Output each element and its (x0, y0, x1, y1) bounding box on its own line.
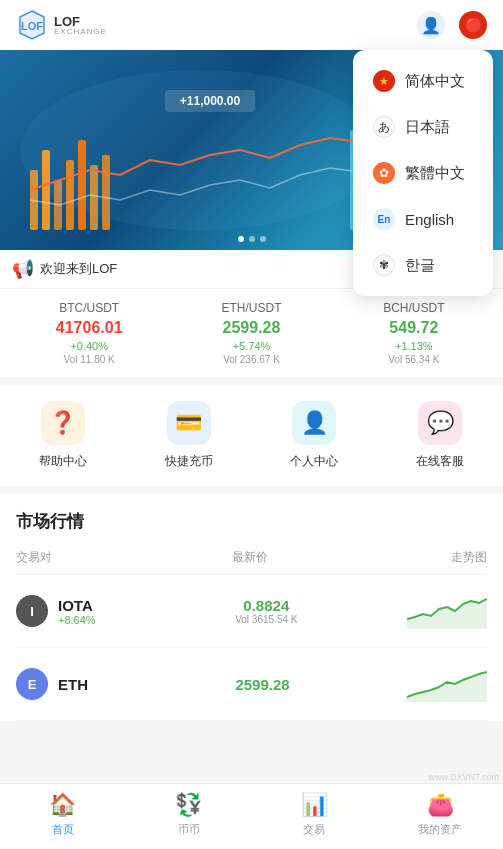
bch-value: 549.72 (333, 319, 495, 337)
svg-rect-6 (66, 160, 74, 230)
action-service[interactable]: 💬 在线客服 (377, 401, 503, 470)
profile-icon: 👤 (301, 410, 328, 436)
user-icon[interactable]: 👤 (417, 11, 445, 39)
iota-vol: Vol 3615.54 K (126, 614, 407, 625)
action-profile[interactable]: 👤 个人中心 (252, 401, 378, 470)
coin-label: 币币 (178, 822, 200, 837)
col-price: 最新价 (52, 549, 407, 566)
recharge-label: 快捷充币 (165, 453, 213, 470)
iota-icon: I (16, 595, 48, 627)
eth-info: ETH (58, 676, 88, 693)
service-icon: 💬 (427, 410, 454, 436)
prices-row: BTC/USDT 41706.01 +0.40% Vol 11.80 K ETH… (0, 289, 503, 385)
recharge-icon: 💳 (175, 410, 202, 436)
svg-text:LOF: LOF (21, 20, 43, 32)
lang-ko-label: 한글 (405, 256, 435, 275)
ticker-icon: 📢 (12, 258, 34, 280)
trade-icon: 📊 (301, 792, 328, 818)
dot-1 (238, 236, 244, 242)
lang-ja-label: 日本語 (405, 118, 450, 137)
logo-text: LOF (54, 15, 107, 28)
language-dropdown: ★ 简体中文 あ 日本語 ✿ 繁體中文 En English ✾ 한글 (353, 50, 493, 296)
btc-vol: Vol 11.80 K (8, 354, 170, 365)
exchange-text: EXCHANGE (54, 28, 107, 36)
price-btc[interactable]: BTC/USDT 41706.01 +0.40% Vol 11.80 K (8, 301, 170, 365)
lang-ja[interactable]: あ 日本語 (353, 104, 493, 150)
service-label: 在线客服 (416, 453, 464, 470)
market-header: 交易对 最新价 走势图 (16, 541, 487, 575)
bch-change: +1.13% (333, 340, 495, 352)
svg-rect-7 (78, 140, 86, 230)
lang-en-label: English (405, 211, 454, 228)
lang-en[interactable]: En English (353, 196, 493, 242)
market-row-iota[interactable]: I IOTA +8.64% 0.8824 Vol 3615.54 K (16, 575, 487, 648)
nav-trade[interactable]: 📊 交易 (252, 792, 378, 837)
col-pair: 交易对 (16, 549, 52, 566)
home-label: 首页 (52, 822, 74, 837)
watermark: www.DXVNT.com (424, 770, 503, 784)
btc-pair: BTC/USDT (8, 301, 170, 315)
col-chart: 走势图 (407, 549, 487, 566)
svg-rect-9 (102, 155, 110, 230)
iota-price: 0.8824 (126, 597, 407, 614)
eth-vol: Vol 236.67 K (170, 354, 332, 365)
eth-value: 2599.28 (170, 319, 332, 337)
lang-zh-cn[interactable]: ★ 简体中文 (353, 58, 493, 104)
price-eth[interactable]: ETH/USDT 2599.28 +5.74% Vol 236.67 K (170, 301, 332, 365)
dot-2 (249, 236, 255, 242)
bch-vol: Vol 56.34 K (333, 354, 495, 365)
iota-mid: 0.8824 Vol 3615.54 K (96, 597, 407, 625)
header: LOF LOF EXCHANGE 👤 🔴 (0, 0, 503, 50)
lang-ko[interactable]: ✾ 한글 (353, 242, 493, 288)
coin-icon: 💱 (175, 792, 202, 818)
banner-dots (238, 236, 266, 242)
bch-pair: BCH/USDT (333, 301, 495, 315)
logo: LOF LOF EXCHANGE (16, 9, 107, 41)
quick-actions: ❓ 帮助中心 💳 快捷充币 👤 个人中心 💬 在线客服 (0, 385, 503, 494)
assets-label: 我的资产 (418, 822, 462, 837)
home-icon: 🏠 (49, 792, 76, 818)
price-bch[interactable]: BCH/USDT 549.72 +1.13% Vol 56.34 K (333, 301, 495, 365)
eth-mid: 2599.28 (88, 676, 407, 693)
iota-left: I IOTA +8.64% (16, 595, 96, 627)
eth-mini-chart (407, 662, 487, 702)
nav-home[interactable]: 🏠 首页 (0, 792, 126, 837)
profile-label: 个人中心 (290, 453, 338, 470)
market-section: 市场行情 交易对 最新价 走势图 I IOTA +8.64% 0.8824 Vo… (0, 494, 503, 721)
nav-coin[interactable]: 💱 币币 (126, 792, 252, 837)
nav-assets[interactable]: 👛 我的资产 (377, 792, 503, 837)
eth-chart (407, 662, 487, 706)
trade-label: 交易 (303, 822, 325, 837)
svg-rect-8 (90, 165, 98, 230)
service-icon-wrap: 💬 (418, 401, 462, 445)
bottom-nav: 🏠 首页 💱 币币 📊 交易 👛 我的资产 (0, 783, 503, 849)
lang-zh-cn-label: 简体中文 (405, 72, 465, 91)
eth-change: +5.74% (170, 340, 332, 352)
svg-text:+11,000.00: +11,000.00 (180, 94, 241, 108)
lang-zh-tw[interactable]: ✿ 繁體中文 (353, 150, 493, 196)
dot-3 (260, 236, 266, 242)
eth-pair: ETH/USDT (170, 301, 332, 315)
iota-change: +8.64% (58, 614, 96, 626)
profile-icon-wrap: 👤 (292, 401, 336, 445)
iota-chart (407, 589, 487, 633)
eth-market-price: 2599.28 (118, 676, 407, 693)
help-icon-wrap: ❓ (41, 401, 85, 445)
flag-zh-cn: ★ (373, 70, 395, 92)
flag-icon[interactable]: 🔴 (459, 11, 487, 39)
assets-icon: 👛 (427, 792, 454, 818)
iota-info: IOTA +8.64% (58, 597, 96, 626)
btc-value: 41706.01 (8, 319, 170, 337)
logo-icon: LOF (16, 9, 48, 41)
eth-coin-name: ETH (58, 676, 88, 693)
flag-en: En (373, 208, 395, 230)
flag-zh-tw: ✿ (373, 162, 395, 184)
action-recharge[interactable]: 💳 快捷充币 (126, 401, 252, 470)
header-right: 👤 🔴 (417, 11, 487, 39)
action-help[interactable]: ❓ 帮助中心 (0, 401, 126, 470)
market-row-eth[interactable]: E ETH 2599.28 (16, 648, 487, 721)
help-icon: ❓ (49, 410, 76, 436)
iota-mini-chart (407, 589, 487, 629)
flag-ja: あ (373, 116, 395, 138)
flag-ko: ✾ (373, 254, 395, 276)
